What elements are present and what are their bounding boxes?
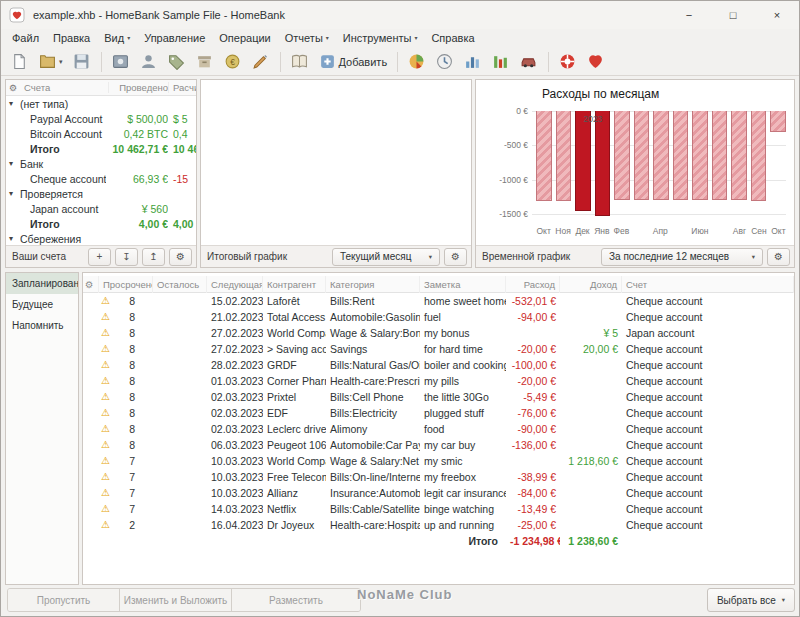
bar[interactable]: [770, 111, 786, 132]
accounts-column-reconciled[interactable]: Расчи: [168, 82, 196, 93]
ledger-button[interactable]: [287, 50, 313, 74]
account-row[interactable]: Bitcoin Account0,42 BTC0,4: [6, 126, 196, 141]
budget-report-button[interactable]: [488, 50, 514, 74]
total-chart-settings-button[interactable]: ⚙: [444, 248, 467, 266]
menu-manage[interactable]: Управление: [137, 29, 212, 48]
expand-all-button[interactable]: ↧: [115, 248, 138, 266]
close-button[interactable]: ×: [755, 1, 799, 29]
table-row[interactable]: ⚠710.03.2023Free TelecomBills:On-line/In…: [83, 469, 794, 485]
column-header[interactable]: Заметка: [420, 276, 506, 293]
column-header[interactable]: Расход: [506, 276, 560, 293]
help-button[interactable]: [555, 50, 581, 74]
column-header[interactable]: Счет: [622, 276, 794, 293]
table-row[interactable]: ⚠710.03.2023World CompanyWage & Salary:N…: [83, 453, 794, 469]
budget-button[interactable]: €: [220, 50, 246, 74]
collapse-all-button[interactable]: ↥: [142, 248, 165, 266]
tab-future[interactable]: Будущее: [6, 294, 78, 315]
menu-help[interactable]: Справка: [424, 29, 481, 48]
minimize-button[interactable]: −: [667, 1, 711, 29]
table-row[interactable]: ⚠827.02.2023World CompanyWage & Salary:B…: [83, 325, 794, 341]
edit-post-button[interactable]: Изменить и Выложить: [120, 589, 232, 611]
bar[interactable]: [575, 111, 591, 211]
table-row[interactable]: ⚠815.02.2023LaforêtBills:Renthome sweet …: [83, 293, 794, 309]
payees-button[interactable]: [136, 50, 162, 74]
total-chart-range-select[interactable]: Текущий месяц ▾: [332, 248, 440, 266]
balance-report-button[interactable]: [460, 50, 486, 74]
menu-tools[interactable]: Инструменты▾: [336, 29, 425, 48]
menu-reports[interactable]: Отчеты▾: [278, 29, 336, 48]
vehicle-cost-button[interactable]: [516, 50, 542, 74]
menu-view[interactable]: Вид▾: [97, 29, 137, 48]
account-group-row[interactable]: ▾Банк: [6, 156, 196, 171]
menu-edit[interactable]: Правка: [46, 29, 97, 48]
assignments-button[interactable]: [248, 50, 274, 74]
select-all-button[interactable]: Выбрать все ▾: [707, 588, 795, 612]
table-row[interactable]: ⚠714.03.2023NetflixBills:Cable/Satellite…: [83, 501, 794, 517]
column-header[interactable]: Категория: [326, 276, 420, 293]
menu-transactions[interactable]: Операции: [212, 29, 277, 48]
account-group-row[interactable]: ▾Сбережения: [6, 231, 196, 245]
save-file-button[interactable]: [69, 50, 95, 74]
column-header[interactable]: Контрагент: [263, 276, 326, 293]
table-row[interactable]: ⚠828.02.2023GRDFBills:Natural Gas/Oilboi…: [83, 357, 794, 373]
account-row[interactable]: Итого10 462,71 €10 462: [6, 141, 196, 156]
table-row[interactable]: ⚠216.04.2023Dr JoyeuxHealth-care:Hospita…: [83, 517, 794, 533]
categories-button[interactable]: [164, 50, 190, 74]
titlebar[interactable]: example.xhb - HomeBank Sample File - Hom…: [1, 1, 799, 29]
column-header[interactable]: Доход: [560, 276, 622, 293]
accounts-column-name[interactable]: Счета: [21, 82, 108, 93]
bar[interactable]: [595, 111, 611, 216]
bar[interactable]: [653, 111, 669, 200]
bar[interactable]: [692, 111, 708, 200]
bar[interactable]: [751, 111, 767, 201]
expander-icon[interactable]: ▾: [9, 99, 20, 108]
column-header[interactable]: Следующая дата: [207, 276, 263, 293]
open-file-button[interactable]: ▾: [35, 50, 67, 74]
account-group-row[interactable]: ▾(нет типа): [6, 96, 196, 111]
account-row[interactable]: Cheque account66,93 €-15: [6, 171, 196, 186]
account-row[interactable]: Japan account¥ 560: [6, 201, 196, 216]
bar[interactable]: [712, 111, 728, 200]
table-row[interactable]: ⚠802.03.2023Leclerc driveAlimonyfood-90,…: [83, 421, 794, 437]
account-group-row[interactable]: ▾Проверяется: [6, 186, 196, 201]
add-account-button[interactable]: +: [88, 248, 111, 266]
bar[interactable]: [614, 111, 630, 200]
table-row[interactable]: ⚠710.03.2023AllianzInsurance:Automobilel…: [83, 485, 794, 501]
bar[interactable]: [634, 111, 650, 200]
post-button[interactable]: Разместить: [232, 589, 360, 611]
account-row[interactable]: Paypal Account$ 500,00$ 5: [6, 111, 196, 126]
accounts-column-cleared[interactable]: Проведено: [108, 82, 168, 93]
statistics-button[interactable]: [404, 50, 430, 74]
new-file-button[interactable]: [7, 50, 33, 74]
table-row[interactable]: ⚠801.03.2023Corner PharmaHealth-care:Pre…: [83, 373, 794, 389]
account-row[interactable]: Итого4,00 €4,00: [6, 216, 196, 231]
time-chart-settings-button[interactable]: ⚙: [767, 248, 790, 266]
skip-button[interactable]: Пропустить: [8, 589, 120, 611]
bar[interactable]: [556, 111, 572, 201]
time-chart-range-select[interactable]: За последние 12 месяцев ▾: [601, 248, 763, 266]
maximize-button[interactable]: □: [711, 1, 755, 29]
tab-remind[interactable]: Напомнить: [6, 315, 78, 336]
expander-icon[interactable]: ▾: [9, 159, 20, 168]
tab-scheduled[interactable]: Запланировано: [6, 273, 78, 294]
table-row[interactable]: ⚠802.03.2023PrixtelBills:Cell Phonethe l…: [83, 389, 794, 405]
table-row[interactable]: ⚠821.02.2023Total AccessAutomobile:Gasol…: [83, 309, 794, 325]
accounts-gear-icon[interactable]: ⚙: [6, 83, 21, 93]
table-row[interactable]: ⚠806.03.2023Peugeot 106Automobile:Car Pa…: [83, 437, 794, 453]
accounts-menu-button[interactable]: ⚙: [169, 248, 192, 266]
menu-file[interactable]: Файл: [5, 29, 46, 48]
add-transaction-button[interactable]: Добавить: [315, 50, 392, 74]
column-header[interactable]: Просрочено: [99, 276, 153, 293]
bar[interactable]: [731, 111, 747, 200]
table-row[interactable]: ⚠827.02.2023> Saving accountSavingsfor h…: [83, 341, 794, 357]
table-row[interactable]: ⚠802.03.2023EDFBills:Electricityplugged …: [83, 405, 794, 421]
accounts-button[interactable]: [108, 50, 134, 74]
archives-button[interactable]: [192, 50, 218, 74]
donate-button[interactable]: [583, 50, 609, 74]
columns-gear-icon[interactable]: ⚙: [83, 276, 99, 293]
expander-icon[interactable]: ▾: [9, 234, 20, 243]
bar[interactable]: [536, 111, 552, 201]
bar[interactable]: [673, 111, 689, 200]
column-header[interactable]: Осталось: [153, 276, 207, 293]
trend-time-button[interactable]: [432, 50, 458, 74]
